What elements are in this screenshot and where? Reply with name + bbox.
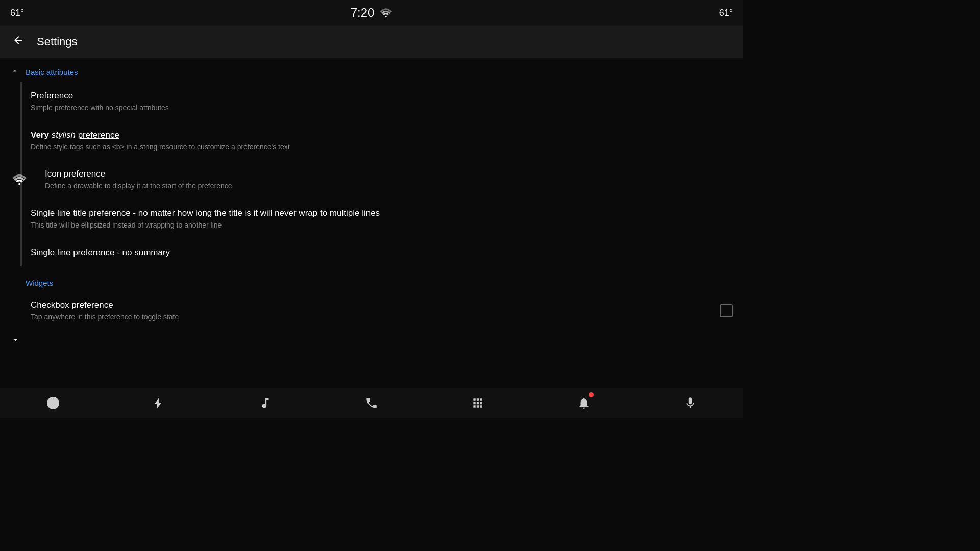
single-line-title-content: Single line title preference - no matter…: [31, 208, 733, 231]
icon-preference-item[interactable]: Icon preference Define a drawable to dis…: [0, 160, 743, 199]
svg-point-0: [385, 16, 387, 17]
checkbox-preference-item[interactable]: Checkbox preference Tap anywhere in this…: [0, 291, 743, 331]
notification-badge: [589, 392, 594, 397]
preference-item[interactable]: Preference Simple preference with no spe…: [0, 82, 743, 121]
status-temp-right: 61°: [719, 8, 733, 18]
back-button[interactable]: [10, 32, 27, 52]
svg-point-1: [18, 183, 20, 185]
page-title: Settings: [37, 35, 78, 48]
checkbox-widget[interactable]: [720, 304, 733, 317]
single-line-title-summary: This title will be ellipsized instead of…: [31, 220, 733, 231]
status-bar: 61° 7:20 61°: [0, 0, 743, 26]
checkbox-preference-content: Checkbox preference Tap anywhere in this…: [31, 299, 712, 322]
basic-attributes-title: Basic attributes: [26, 68, 78, 77]
icon-preference-content: Icon preference Define a drawable to dis…: [45, 168, 733, 191]
nav-home-button[interactable]: [40, 390, 66, 416]
svg-point-2: [47, 397, 59, 409]
widgets-section-header[interactable]: Widgets: [0, 270, 743, 291]
nav-notifications-button[interactable]: [571, 390, 597, 416]
preference-content: Preference Simple preference with no spe…: [31, 90, 733, 113]
stylish-underline: preference: [78, 130, 119, 140]
stylish-preference-content: Very stylish preference Define style tag…: [31, 130, 733, 153]
preference-summary: Simple preference with no special attrib…: [31, 103, 733, 113]
nav-mic-button[interactable]: [677, 390, 703, 416]
stylish-preference-title: Very stylish preference: [31, 130, 733, 141]
single-line-title: Single line title preference - no matter…: [31, 208, 694, 219]
status-wifi-icon: [379, 8, 393, 18]
single-line-no-summary-item[interactable]: Single line preference - no summary: [0, 239, 743, 266]
status-time: 7:20: [351, 6, 375, 20]
checkbox-preference-summary: Tap anywhere in this preference to toggl…: [31, 312, 712, 322]
basic-attributes-section-header[interactable]: Basic attributes: [0, 58, 743, 82]
nav-navigation-button[interactable]: [146, 390, 172, 416]
basic-attributes-items: Preference Simple preference with no spe…: [0, 82, 743, 266]
scroll-down-indicator: [0, 331, 743, 349]
stylish-italic: stylish: [52, 130, 78, 140]
stylish-preference-item[interactable]: Very stylish preference Define style tag…: [0, 121, 743, 161]
status-center: 7:20: [351, 6, 393, 20]
preference-title: Preference: [31, 90, 733, 102]
nav-phone-button[interactable]: [359, 390, 384, 416]
main-content: Basic attributes Preference Simple prefe…: [0, 58, 743, 388]
widgets-title: Widgets: [10, 279, 53, 287]
icon-preference-summary: Define a drawable to display it at the s…: [45, 181, 733, 191]
single-line-title-item[interactable]: Single line title preference - no matter…: [0, 199, 743, 239]
single-line-no-summary-title: Single line preference - no summary: [31, 247, 733, 258]
wifi-icon: [10, 173, 29, 187]
nav-music-button[interactable]: [253, 390, 278, 416]
header: Settings: [0, 26, 743, 58]
checkbox-preference-title: Checkbox preference: [31, 299, 712, 311]
bottom-nav: [0, 388, 743, 418]
icon-preference-title: Icon preference: [45, 168, 733, 180]
stylish-bold: Very: [31, 130, 52, 140]
single-line-no-summary-content: Single line preference - no summary: [31, 247, 733, 258]
stylish-preference-summary: Define style tags such as <b> in a strin…: [31, 142, 733, 153]
basic-attributes-chevron[interactable]: [10, 66, 19, 78]
status-temp-left: 61°: [10, 8, 24, 18]
nav-grid-button[interactable]: [465, 390, 491, 416]
